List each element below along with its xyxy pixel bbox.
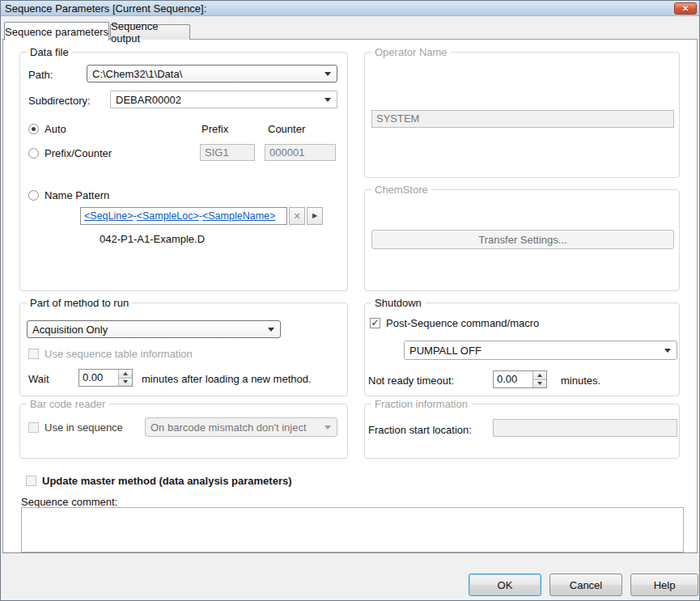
tab-label: Sequence output — [111, 20, 189, 44]
cancel-button[interactable]: Cancel — [549, 573, 622, 596]
barcode-group: Bar code reader Use in sequence On barco… — [19, 404, 348, 459]
prefix-counter-label: Prefix/Counter — [45, 147, 112, 159]
prefix-header: Prefix — [202, 123, 228, 135]
operator-name-group: Operator Name SYSTEM — [364, 52, 680, 178]
chemstore-group-title: ChemStore — [371, 184, 431, 196]
tab-sequence-parameters[interactable]: Sequence parameters — [4, 22, 109, 40]
barcode-group-title: Bar code reader — [27, 398, 108, 410]
subdirectory-combobox[interactable]: DEBAR00002 — [110, 91, 337, 108]
name-pattern-label: Name Pattern — [45, 189, 109, 201]
method-part-value: Acquisition Only — [32, 324, 108, 336]
sequence-parameters-dialog: Sequence Parameters [Current Sequence]: … — [0, 0, 700, 601]
pattern-token-seqline[interactable]: <SeqLine> — [84, 210, 133, 222]
check-icon: ✓ — [371, 317, 379, 328]
tab-sequence-output[interactable]: Sequence output — [110, 24, 190, 40]
post-sequence-label: Post-Sequence command/macro — [386, 317, 539, 329]
wait-suffix-label: minutes after loading a new method. — [142, 373, 312, 385]
not-ready-timeout-value[interactable]: 0.00 — [494, 371, 532, 387]
pattern-example: 042-P1-A1-Example.D — [100, 233, 205, 245]
window-title: Sequence Parameters [Current Sequence]: — [1, 2, 206, 15]
operator-name-group-title: Operator Name — [371, 46, 451, 58]
ok-button[interactable]: OK — [469, 573, 541, 596]
operator-name-field: SYSTEM — [371, 110, 674, 128]
method-part-group: Part of method to run Acquisition Only U… — [19, 303, 348, 396]
chevron-down-icon — [268, 328, 274, 332]
barcode-mismatch-value: On barcode mismatch don't inject — [151, 421, 307, 434]
spinner-down-button[interactable] — [119, 378, 132, 387]
pattern-clear-button[interactable]: ✕ — [289, 207, 305, 225]
update-master-method-checkbox[interactable] — [26, 476, 36, 486]
barcode-mismatch-combobox: On barcode mismatch don't inject — [145, 417, 337, 437]
pattern-token-samplename[interactable]: <SampleName> — [202, 210, 275, 222]
chevron-down-icon — [325, 98, 331, 102]
pattern-next-button[interactable]: ▶ — [307, 207, 323, 225]
subdirectory-value: DEBAR00002 — [116, 94, 181, 106]
not-ready-timeout-spinner[interactable]: 0.00 — [493, 370, 547, 388]
subdirectory-label: Subdirectory: — [28, 95, 91, 107]
close-icon: ✕ — [293, 212, 300, 221]
data-file-group: Data file Path: C:\Chem32\1\Data\ Subdir… — [19, 52, 348, 291]
spinner-down-button[interactable] — [533, 379, 546, 388]
method-part-group-title: Part of method to run — [27, 297, 132, 309]
use-in-sequence-checkbox — [28, 422, 39, 433]
path-combobox[interactable]: C:\Chem32\1\Data\ — [87, 65, 337, 83]
spinner-buttons — [532, 371, 546, 387]
auto-radio[interactable] — [28, 124, 39, 134]
help-button[interactable]: Help — [630, 573, 698, 596]
spinner-up-icon — [123, 372, 128, 375]
wait-spinner[interactable]: 0.00 — [78, 369, 133, 387]
path-label: Path: — [28, 69, 53, 81]
pattern-token-sampleloc[interactable]: <SampleLoc> — [137, 210, 199, 222]
sequence-comment-input[interactable] — [21, 507, 684, 552]
title-bar: Sequence Parameters [Current Sequence]: … — [1, 1, 699, 16]
arrow-right-icon: ▶ — [312, 213, 317, 219]
prefix-counter-radio[interactable] — [28, 148, 39, 159]
chevron-down-icon — [664, 349, 671, 353]
tab-label: Sequence parameters — [5, 26, 108, 38]
name-pattern-field[interactable]: <SeqLine> - <SampleLoc> - <SampleName> — [80, 207, 287, 225]
spinner-down-icon — [123, 380, 128, 383]
fraction-start-label: Fraction start location: — [368, 424, 472, 436]
data-file-group-title: Data file — [27, 46, 72, 58]
close-icon: ✕ — [682, 4, 689, 13]
tab-strip: Sequence parameters Sequence output — [1, 16, 699, 39]
spinner-buttons — [118, 370, 132, 386]
name-pattern-widget: <SeqLine> - <SampleLoc> - <SampleName> ✕… — [80, 207, 323, 225]
method-part-combobox[interactable]: Acquisition Only — [27, 320, 281, 338]
spinner-up-button[interactable] — [533, 371, 546, 379]
use-sequence-table-checkbox — [28, 349, 39, 359]
fraction-group: Fraction information Fraction start loca… — [364, 404, 680, 459]
fraction-start-field — [493, 419, 677, 437]
post-sequence-checkbox[interactable]: ✓ — [370, 318, 380, 328]
fraction-group-title: Fraction information — [371, 398, 471, 410]
update-master-method-label: Update master method (data analysis para… — [42, 475, 292, 487]
wait-label: Wait — [28, 373, 49, 385]
prefix-field: SIG1 — [200, 144, 255, 161]
post-sequence-command-value: PUMPALL OFF — [409, 345, 482, 357]
chemstore-group: ChemStore Transfer Settings... — [364, 189, 680, 291]
auto-label: Auto — [45, 123, 66, 135]
close-button[interactable]: ✕ — [674, 2, 697, 15]
transfer-settings-button: Transfer Settings... — [371, 230, 674, 249]
shutdown-group-title: Shutdown — [371, 297, 425, 309]
chevron-down-icon — [325, 72, 331, 76]
chevron-down-icon — [325, 425, 331, 430]
tab-page: Data file Path: C:\Chem32\1\Data\ Subdir… — [2, 39, 698, 553]
wait-value[interactable]: 0.00 — [79, 370, 118, 386]
spinner-down-icon — [537, 382, 542, 385]
name-pattern-radio[interactable] — [28, 190, 39, 201]
path-value: C:\Chem32\1\Data\ — [92, 68, 182, 80]
not-ready-timeout-label: Not ready timeout: — [368, 375, 454, 387]
timeout-suffix-label: minutes. — [561, 375, 600, 387]
spinner-up-button[interactable] — [119, 370, 132, 378]
counter-field: 000001 — [265, 144, 336, 161]
use-sequence-table-label: Use sequence table information — [45, 348, 193, 360]
use-in-sequence-label: Use in sequence — [45, 421, 123, 434]
spinner-up-icon — [537, 374, 542, 377]
sequence-comment-label: Sequence comment: — [21, 496, 117, 508]
post-sequence-command-combobox[interactable]: PUMPALL OFF — [404, 341, 677, 360]
counter-header: Counter — [268, 123, 305, 135]
shutdown-group: Shutdown ✓ Post-Sequence command/macro P… — [364, 303, 680, 396]
